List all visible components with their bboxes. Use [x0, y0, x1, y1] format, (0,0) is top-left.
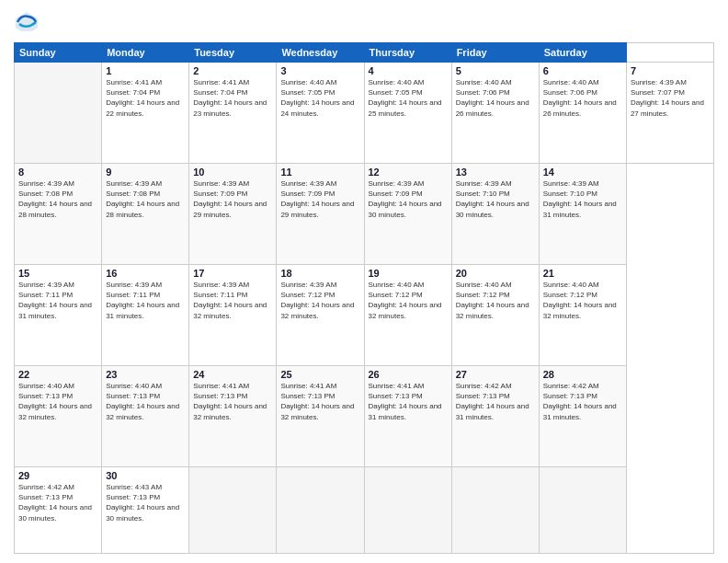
calendar-cell: [451, 467, 539, 554]
calendar-cell: 2Sunrise: 4:41 AMSunset: 7:04 PMDaylight…: [189, 63, 277, 164]
calendar-cell: 29Sunrise: 4:42 AMSunset: 7:13 PMDayligh…: [15, 467, 102, 554]
day-number: 24: [193, 369, 272, 380]
calendar-cell: 24Sunrise: 4:41 AMSunset: 7:13 PMDayligh…: [189, 366, 277, 467]
day-info: Sunrise: 4:39 AMSunset: 7:07 PMDaylight:…: [631, 77, 710, 119]
day-number: 15: [18, 268, 97, 279]
day-info: Sunrise: 4:41 AMSunset: 7:13 PMDaylight:…: [280, 381, 359, 422]
day-number: 17: [193, 268, 272, 279]
day-info: Sunrise: 4:39 AMSunset: 7:08 PMDaylight:…: [106, 178, 185, 220]
calendar-cell: 17Sunrise: 4:39 AMSunset: 7:11 PMDayligh…: [189, 265, 277, 366]
day-number: 6: [543, 65, 622, 76]
day-number: 27: [456, 369, 535, 380]
day-info: Sunrise: 4:41 AMSunset: 7:13 PMDaylight:…: [369, 381, 448, 422]
day-info: Sunrise: 4:39 AMSunset: 7:09 PMDaylight:…: [369, 178, 448, 220]
col-header-sunday: Sunday: [15, 43, 102, 63]
day-info: Sunrise: 4:39 AMSunset: 7:11 PMDaylight:…: [193, 280, 272, 321]
calendar-cell: 13Sunrise: 4:39 AMSunset: 7:10 PMDayligh…: [451, 164, 539, 265]
calendar-cell: 12Sunrise: 4:39 AMSunset: 7:09 PMDayligh…: [364, 164, 451, 265]
page: SundayMondayTuesdayWednesdayThursdayFrid…: [0, 0, 728, 563]
calendar-cell: 1Sunrise: 4:41 AMSunset: 7:04 PMDaylight…: [102, 63, 189, 164]
day-number: 9: [106, 167, 185, 178]
week-row: 15Sunrise: 4:39 AMSunset: 7:11 PMDayligh…: [15, 265, 714, 366]
header-row: SundayMondayTuesdayWednesdayThursdayFrid…: [15, 43, 714, 63]
calendar-cell: 15Sunrise: 4:39 AMSunset: 7:11 PMDayligh…: [15, 265, 102, 366]
col-header-thursday: Thursday: [364, 43, 451, 63]
calendar-cell: 30Sunrise: 4:43 AMSunset: 7:13 PMDayligh…: [102, 467, 189, 554]
logo-icon: [14, 9, 40, 35]
day-number: 28: [543, 369, 622, 380]
calendar-cell: 21Sunrise: 4:40 AMSunset: 7:12 PMDayligh…: [539, 265, 626, 366]
day-info: Sunrise: 4:41 AMSunset: 7:13 PMDaylight:…: [193, 381, 272, 422]
day-info: Sunrise: 4:43 AMSunset: 7:13 PMDaylight:…: [106, 482, 185, 523]
calendar-cell: 23Sunrise: 4:40 AMSunset: 7:13 PMDayligh…: [102, 366, 189, 467]
day-info: Sunrise: 4:39 AMSunset: 7:08 PMDaylight:…: [18, 178, 97, 220]
calendar-cell: 25Sunrise: 4:41 AMSunset: 7:13 PMDayligh…: [277, 366, 364, 467]
day-info: Sunrise: 4:39 AMSunset: 7:12 PMDaylight:…: [280, 280, 359, 321]
day-info: Sunrise: 4:39 AMSunset: 7:09 PMDaylight:…: [280, 178, 359, 220]
day-info: Sunrise: 4:40 AMSunset: 7:06 PMDaylight:…: [456, 77, 535, 119]
day-info: Sunrise: 4:40 AMSunset: 7:13 PMDaylight:…: [106, 381, 185, 422]
calendar-cell: 20Sunrise: 4:40 AMSunset: 7:12 PMDayligh…: [451, 265, 539, 366]
day-info: Sunrise: 4:40 AMSunset: 7:12 PMDaylight:…: [456, 280, 535, 321]
calendar-cell: 8Sunrise: 4:39 AMSunset: 7:08 PMDaylight…: [15, 164, 102, 265]
day-number: 20: [456, 268, 535, 279]
calendar-cell: [15, 63, 102, 164]
col-header-saturday: Saturday: [539, 43, 626, 63]
day-number: 11: [280, 167, 359, 178]
calendar-cell: 27Sunrise: 4:42 AMSunset: 7:13 PMDayligh…: [451, 366, 539, 467]
calendar-cell: 10Sunrise: 4:39 AMSunset: 7:09 PMDayligh…: [189, 164, 277, 265]
col-header-monday: Monday: [102, 43, 189, 63]
calendar-cell: 11Sunrise: 4:39 AMSunset: 7:09 PMDayligh…: [277, 164, 364, 265]
day-info: Sunrise: 4:39 AMSunset: 7:11 PMDaylight:…: [106, 280, 185, 321]
day-number: 19: [369, 268, 448, 279]
day-number: 3: [280, 65, 359, 76]
col-header-tuesday: Tuesday: [189, 43, 277, 63]
calendar-cell: 5Sunrise: 4:40 AMSunset: 7:06 PMDaylight…: [451, 63, 539, 164]
day-number: 18: [280, 268, 359, 279]
calendar-cell: 14Sunrise: 4:39 AMSunset: 7:10 PMDayligh…: [539, 164, 626, 265]
day-info: Sunrise: 4:41 AMSunset: 7:04 PMDaylight:…: [106, 77, 185, 119]
header: [14, 9, 714, 35]
calendar: SundayMondayTuesdayWednesdayThursdayFrid…: [14, 42, 714, 554]
day-info: Sunrise: 4:39 AMSunset: 7:09 PMDaylight:…: [193, 178, 272, 220]
week-row: 29Sunrise: 4:42 AMSunset: 7:13 PMDayligh…: [15, 467, 714, 554]
day-number: 13: [456, 167, 535, 178]
col-header-wednesday: Wednesday: [277, 43, 364, 63]
day-number: 12: [369, 167, 448, 178]
day-info: Sunrise: 4:40 AMSunset: 7:05 PMDaylight:…: [280, 77, 359, 119]
calendar-cell: 7Sunrise: 4:39 AMSunset: 7:07 PMDaylight…: [626, 63, 713, 164]
calendar-cell: 3Sunrise: 4:40 AMSunset: 7:05 PMDaylight…: [277, 63, 364, 164]
day-number: 10: [193, 167, 272, 178]
day-info: Sunrise: 4:40 AMSunset: 7:13 PMDaylight:…: [18, 381, 97, 422]
calendar-cell: 9Sunrise: 4:39 AMSunset: 7:08 PMDaylight…: [102, 164, 189, 265]
day-info: Sunrise: 4:39 AMSunset: 7:11 PMDaylight:…: [18, 280, 97, 321]
day-info: Sunrise: 4:40 AMSunset: 7:06 PMDaylight:…: [543, 77, 622, 119]
day-number: 16: [106, 268, 185, 279]
week-row: 8Sunrise: 4:39 AMSunset: 7:08 PMDaylight…: [15, 164, 714, 265]
day-number: 5: [456, 65, 535, 76]
calendar-cell: [364, 467, 451, 554]
calendar-cell: 28Sunrise: 4:42 AMSunset: 7:13 PMDayligh…: [539, 366, 626, 467]
calendar-cell: 18Sunrise: 4:39 AMSunset: 7:12 PMDayligh…: [277, 265, 364, 366]
day-number: 25: [280, 369, 359, 380]
day-info: Sunrise: 4:42 AMSunset: 7:13 PMDaylight:…: [18, 482, 97, 523]
day-number: 14: [543, 167, 622, 178]
day-number: 23: [106, 369, 185, 380]
day-number: 7: [631, 65, 710, 76]
day-info: Sunrise: 4:39 AMSunset: 7:10 PMDaylight:…: [456, 178, 535, 220]
day-info: Sunrise: 4:41 AMSunset: 7:04 PMDaylight:…: [193, 77, 272, 119]
col-header-friday: Friday: [451, 43, 539, 63]
calendar-cell: [277, 467, 364, 554]
logo: [14, 9, 43, 35]
calendar-cell: 6Sunrise: 4:40 AMSunset: 7:06 PMDaylight…: [539, 63, 626, 164]
calendar-cell: 19Sunrise: 4:40 AMSunset: 7:12 PMDayligh…: [364, 265, 451, 366]
day-number: 2: [193, 65, 272, 76]
day-number: 8: [18, 167, 97, 178]
day-info: Sunrise: 4:42 AMSunset: 7:13 PMDaylight:…: [456, 381, 535, 422]
calendar-cell: 26Sunrise: 4:41 AMSunset: 7:13 PMDayligh…: [364, 366, 451, 467]
week-row: 22Sunrise: 4:40 AMSunset: 7:13 PMDayligh…: [15, 366, 714, 467]
calendar-cell: 16Sunrise: 4:39 AMSunset: 7:11 PMDayligh…: [102, 265, 189, 366]
day-number: 30: [106, 470, 185, 481]
day-number: 29: [18, 470, 97, 481]
day-info: Sunrise: 4:39 AMSunset: 7:10 PMDaylight:…: [543, 178, 622, 220]
